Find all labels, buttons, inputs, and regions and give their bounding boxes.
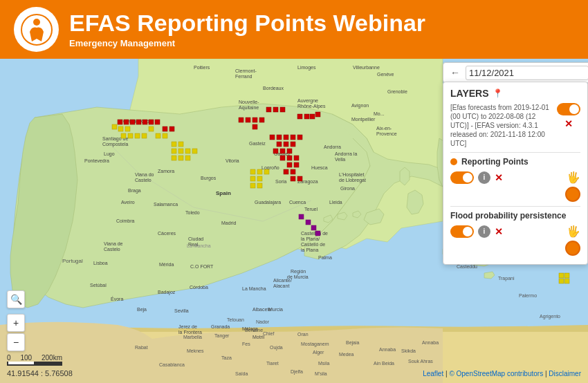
svg-rect-162	[291, 176, 295, 181]
zoom-out-button[interactable]: −	[7, 333, 25, 351]
flood-probability-row: Flood probability persistence	[450, 211, 580, 221]
svg-rect-180	[311, 225, 316, 230]
svg-text:Guadalajara: Guadalajara	[255, 200, 281, 205]
svg-text:Annaba: Annaba	[422, 340, 439, 345]
leaflet-link[interactable]: Leaflet	[423, 370, 443, 377]
svg-text:Oujda: Oujda	[270, 345, 283, 351]
layers-toggle[interactable]	[557, 103, 580, 115]
svg-rect-128	[118, 127, 123, 131]
svg-rect-177	[315, 112, 320, 117]
svg-text:Coimbra: Coimbra	[116, 218, 135, 223]
svg-rect-151	[291, 142, 295, 147]
svg-text:Montpellier: Montpellier	[351, 117, 376, 122]
svg-text:L'Hospitalet: L'Hospitalet	[339, 172, 364, 178]
svg-rect-147	[291, 135, 295, 140]
svg-text:Palermo: Palermo	[519, 293, 537, 298]
svg-rect-179	[306, 220, 311, 225]
svg-rect-172	[273, 107, 278, 112]
svg-rect-153	[280, 149, 285, 153]
disclaimer-link[interactable]: Disclaimer	[549, 370, 581, 377]
svg-text:Casablanca: Casablanca	[159, 362, 185, 367]
reporting-points-info[interactable]: i	[478, 171, 490, 184]
svg-text:Genève: Genève	[377, 72, 394, 77]
svg-text:Aix-en-: Aix-en-	[376, 126, 392, 131]
svg-text:Clermont-: Clermont-	[235, 68, 257, 73]
svg-point-196	[33, 19, 40, 26]
flood-probability-toggle[interactable]	[450, 225, 474, 238]
svg-text:Castellón de: Castellón de	[301, 231, 328, 236]
svg-rect-193	[178, 156, 183, 160]
svg-rect-144	[270, 135, 275, 140]
svg-text:Poitiers: Poitiers	[194, 65, 210, 70]
svg-text:Portugal: Portugal	[62, 258, 83, 264]
reporting-points-close[interactable]: ✕	[495, 172, 503, 183]
osm-link[interactable]: © OpenStreetMap contributors	[449, 370, 543, 377]
svg-rect-178	[299, 214, 304, 219]
svg-rect-130	[121, 133, 126, 138]
svg-text:Souk Ahras: Souk Ahras	[408, 359, 433, 364]
reporting-points-opacity[interactable]	[565, 187, 580, 202]
svg-text:Salamanca: Salamanca	[154, 202, 178, 207]
svg-text:Castelo: Castelo	[135, 178, 151, 183]
layers-close[interactable]: ✕	[564, 118, 573, 129]
logo	[14, 7, 59, 52]
svg-rect-134	[149, 127, 154, 131]
pin-icon: 📍	[493, 88, 503, 98]
svg-text:Viana de: Viana de	[104, 241, 123, 246]
svg-rect-150	[284, 142, 288, 147]
svg-rect-123	[136, 120, 141, 124]
svg-text:Meknes: Meknes	[187, 348, 204, 353]
svg-text:La Mancha: La Mancha	[187, 243, 211, 248]
back-button[interactable]: ←	[448, 66, 463, 80]
svg-text:Viana do: Viana do	[135, 172, 154, 177]
flood-probability-info[interactable]: i	[478, 225, 490, 238]
svg-rect-169	[250, 183, 255, 188]
svg-text:Castelló de: Castelló de	[301, 242, 325, 247]
app-subtitle: Emergency Management	[69, 38, 425, 48]
svg-text:Spain: Spain	[216, 190, 231, 196]
svg-text:Mérida: Mérida	[159, 262, 174, 267]
svg-rect-137	[156, 133, 160, 138]
svg-rect-184	[559, 279, 564, 283]
svg-rect-159	[294, 162, 299, 167]
zoom-in-button[interactable]: +	[7, 314, 25, 332]
svg-text:la Frontera: la Frontera	[178, 330, 202, 335]
svg-text:Skikda: Skikda	[401, 348, 416, 353]
svg-rect-191	[192, 149, 197, 153]
svg-text:Ferrand: Ferrand	[235, 74, 252, 79]
svg-text:Lleida: Lleida	[329, 200, 342, 205]
flood-probability-hand[interactable]: 🖐	[567, 225, 580, 238]
svg-text:la Plana: la Plana	[301, 247, 318, 252]
svg-rect-133	[142, 133, 147, 138]
svg-rect-194	[185, 156, 190, 160]
svg-rect-122	[130, 120, 135, 124]
layers-controls: [Efas forecasts from 2019-12-01 (00 UTC)…	[450, 103, 580, 148]
svg-rect-164	[250, 169, 255, 174]
reporting-points-toggle[interactable]	[450, 171, 474, 184]
svg-text:Pontevedra: Pontevedra	[84, 158, 109, 163]
svg-text:Toledo: Toledo	[185, 210, 200, 215]
svg-text:Región: Región	[291, 269, 306, 274]
svg-text:Rhône-Alpes: Rhône-Alpes	[297, 104, 326, 109]
svg-text:Rabat: Rabat	[135, 345, 148, 350]
svg-text:la Plana/: la Plana/	[301, 236, 320, 241]
svg-rect-121	[124, 120, 129, 124]
svg-rect-126	[155, 120, 160, 124]
flood-probability-opacity[interactable]	[565, 241, 580, 256]
flood-probability-close[interactable]: ✕	[495, 226, 503, 237]
svg-rect-188	[172, 149, 176, 153]
svg-rect-135	[163, 127, 167, 131]
svg-rect-132	[135, 133, 140, 138]
search-button[interactable]: 🔍	[7, 290, 25, 308]
svg-rect-156	[287, 156, 292, 160]
svg-text:Vella: Vella	[335, 157, 345, 162]
map-container[interactable]: Oviedo/Xixón Santiago de Compostela Lugo…	[0, 0, 588, 383]
svg-rect-187	[178, 142, 183, 147]
svg-rect-160	[284, 169, 288, 174]
date-input[interactable]	[466, 66, 588, 80]
svg-text:C.O FORT: C.O FORT	[190, 264, 214, 269]
svg-text:Lisboa: Lisboa	[93, 261, 108, 265]
svg-text:Beja: Beja	[137, 307, 147, 312]
svg-rect-148	[297, 135, 302, 140]
reporting-points-hand[interactable]: 🖐	[567, 171, 580, 184]
